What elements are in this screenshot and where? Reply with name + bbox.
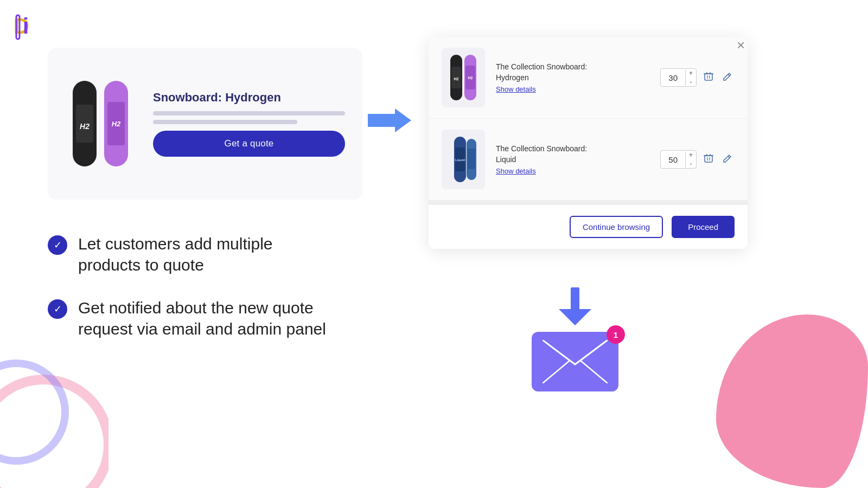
svg-text:H2: H2: [468, 76, 473, 80]
product-image: H2 H2: [65, 72, 136, 175]
envelope-icon: [542, 340, 608, 383]
feature-item-2: ✓ Get notified about the new quote reque…: [48, 297, 339, 339]
edit-item-liquid[interactable]: [720, 151, 735, 168]
quantity-stepper-hydrogen: + -: [686, 69, 696, 86]
logo: D i: [11, 11, 43, 43]
cart-item-details-liquid: The Collection Snowboard: Liquid Show de…: [496, 144, 649, 175]
svg-text:H2: H2: [454, 77, 458, 81]
svg-text:i: i: [23, 14, 29, 38]
product-info: Snowboard: Hydrogen Get a quote: [153, 91, 345, 157]
cart-separator: [429, 201, 748, 205]
product-card: H2 H2 Snowboard: Hydrogen Get a quote: [48, 48, 362, 200]
snowboard-black-icon: H2: [71, 72, 99, 175]
flow-arrow: [368, 106, 411, 137]
features-list: ✓ Let customers add multiple products to…: [48, 233, 339, 339]
cart-item-name-hydrogen: The Collection Snowboard: Hydrogen: [496, 62, 649, 83]
edit-item-hydrogen[interactable]: [720, 69, 735, 86]
svg-point-4: [0, 380, 108, 488]
cart-panel: H2 H2 The Collection Snowboard: Hydrogen…: [429, 37, 748, 249]
placeholder-line-1: [153, 111, 345, 115]
cart-item-image-liquid: Liquid: [442, 130, 485, 189]
quantity-box-hydrogen: 30 + -: [660, 68, 697, 87]
cart-item: H2 H2 The Collection Snowboard: Hydrogen…: [429, 37, 748, 119]
cart-item-image-hydrogen: H2 H2: [442, 48, 485, 107]
check-icon-2: ✓: [48, 299, 67, 319]
feature-text-2: Get notified about the new quote request…: [78, 297, 339, 339]
cart-item-controls-liquid: 50 + -: [660, 150, 735, 169]
check-icon-1: ✓: [48, 235, 67, 255]
close-button[interactable]: ×: [737, 37, 745, 54]
svg-text:H2: H2: [112, 120, 121, 128]
cart-item-name-liquid: The Collection Snowboard: Liquid: [496, 144, 649, 165]
delete-item-liquid[interactable]: [701, 151, 716, 169]
snowboard-purple-icon: H2: [102, 72, 130, 175]
proceed-button[interactable]: Proceed: [672, 216, 735, 238]
placeholder-lines: [153, 111, 345, 124]
svg-rect-30: [705, 156, 712, 162]
svg-text:Liquid: Liquid: [455, 158, 465, 162]
cart-item-liquid: Liquid The Collection Snowboard: Liquid …: [429, 119, 748, 201]
svg-point-5: [0, 363, 65, 461]
svg-rect-29: [468, 149, 475, 169]
show-details-button-hydrogen[interactable]: Show details: [496, 85, 649, 93]
quantity-increase-liquid[interactable]: +: [686, 151, 696, 159]
quantity-decrease-hydrogen[interactable]: -: [686, 78, 696, 86]
quantity-value-liquid: 50: [661, 152, 686, 168]
product-title: Snowboard: Hydrogen: [153, 91, 345, 105]
svg-marker-37: [559, 309, 591, 325]
get-quote-button[interactable]: Get a quote: [153, 131, 345, 157]
continue-browsing-button[interactable]: Continue browsing: [570, 216, 663, 238]
quantity-decrease-liquid[interactable]: -: [686, 159, 696, 168]
svg-marker-12: [368, 108, 411, 132]
quantity-increase-hydrogen[interactable]: +: [686, 69, 696, 78]
quantity-stepper-liquid: + -: [686, 151, 696, 168]
cart-item-controls-hydrogen: 30 + -: [660, 68, 735, 87]
svg-rect-36: [571, 287, 579, 310]
decorative-blob: [716, 314, 868, 488]
feature-item-1: ✓ Let customers add multiple products to…: [48, 233, 339, 275]
feature-text-1: Let customers add multiple products to q…: [78, 233, 339, 275]
quantity-box-liquid: 50 + -: [660, 150, 697, 169]
email-envelope: 1: [532, 332, 618, 391]
delete-item-hydrogen[interactable]: [701, 69, 716, 87]
cart-actions: Continue browsing Proceed: [429, 205, 748, 249]
svg-text:H2: H2: [80, 122, 90, 131]
cart-item-details-hydrogen: The Collection Snowboard: Hydrogen Show …: [496, 62, 649, 93]
show-details-button-liquid[interactable]: Show details: [496, 167, 649, 175]
email-notification-section: 1: [532, 287, 618, 391]
quantity-value-hydrogen: 30: [661, 70, 686, 86]
down-arrow-icon: [559, 287, 591, 325]
email-badge: 1: [607, 325, 625, 344]
svg-rect-19: [705, 74, 712, 80]
placeholder-line-2: [153, 120, 297, 124]
